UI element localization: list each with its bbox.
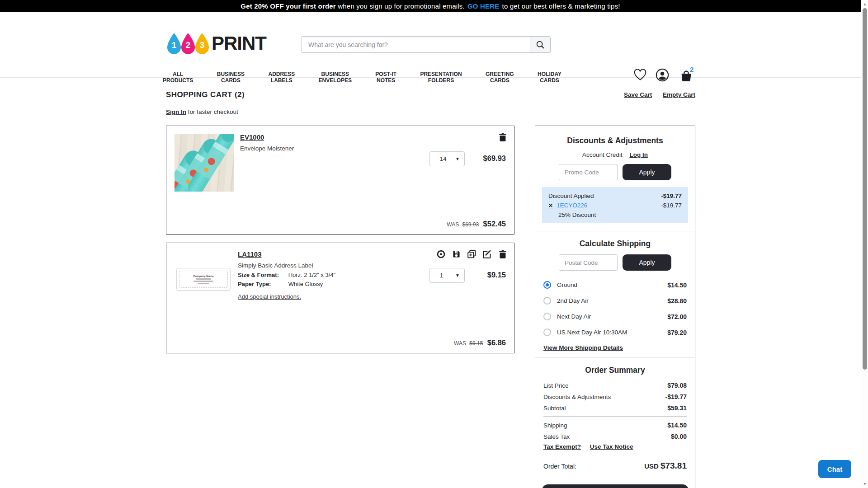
paper-type-value: White Glossy xyxy=(288,281,323,287)
size-format-label: Size & Format: xyxy=(238,272,287,278)
save-cart-link[interactable]: Save Cart xyxy=(624,91,652,98)
item-sku-link[interactable]: LA1103 xyxy=(238,250,262,258)
promo-code-value[interactable]: 1ECYO226 xyxy=(557,202,587,209)
site-logo[interactable]: 1 2 3 PRINT xyxy=(166,33,266,54)
discount-applied-box: Discount Applied -$19.77 ✕1ECYO226 -$19.… xyxy=(542,187,688,223)
nav-greeting-cards[interactable]: GREETINGCARDS xyxy=(486,71,514,84)
order-total-currency: USD xyxy=(644,462,659,470)
shipping-option-label: Ground xyxy=(557,282,577,288)
save-icon[interactable] xyxy=(452,249,461,259)
page-title: SHOPPING CART (2) xyxy=(166,90,245,99)
quantity-select[interactable]: 14 ▼ xyxy=(429,151,465,166)
promo-code-description: 25% Discount xyxy=(558,211,682,220)
delete-item-icon[interactable] xyxy=(498,249,508,259)
quantity-value: 14 xyxy=(440,155,446,162)
search-input[interactable] xyxy=(302,36,530,53)
nav-holiday-cards[interactable]: HOLIDAYCARDS xyxy=(538,71,561,84)
radio-icon[interactable] xyxy=(543,313,551,320)
postal-code-row: Apply xyxy=(535,254,695,271)
discount-applied-label: Discount Applied xyxy=(548,191,594,201)
header-icons: 2 xyxy=(632,68,700,84)
chat-button[interactable]: Chat xyxy=(818,460,851,478)
sign-in-link[interactable]: Sign In xyxy=(166,108,186,115)
was-label: WAS xyxy=(447,221,459,228)
radio-icon[interactable] xyxy=(543,297,551,305)
product-image-la1103[interactable]: Company Name xyxy=(176,268,231,291)
shipping-option-label: Next Day Air xyxy=(557,313,591,320)
radio-icon[interactable] xyxy=(543,328,551,336)
cart-count-badge: 2 xyxy=(690,66,693,73)
shipping-option-price: $14.50 xyxy=(667,282,687,289)
promo-banner-bold: Get 20% OFF your first order xyxy=(241,2,336,10)
was-label: WAS xyxy=(454,340,466,347)
was-price: $69.93 xyxy=(462,221,479,228)
shipping-option-us-next-day-air[interactable]: US Next Day Air 10:30AM $79.20 xyxy=(535,324,695,340)
section-divider xyxy=(535,231,695,231)
search-button[interactable] xyxy=(530,36,551,53)
add-special-instructions-link[interactable]: Add special instructions. xyxy=(238,293,301,300)
wishlist-heart-icon[interactable] xyxy=(634,69,646,81)
paper-type-row: Paper Type: White Glossy xyxy=(238,281,323,287)
shipping-option-next-day-air[interactable]: Next Day Air $72.00 xyxy=(535,309,695,324)
radio-icon[interactable] xyxy=(543,281,551,289)
promo-banner-end: to get our best offers & marketing tips! xyxy=(502,2,620,10)
summary-row-list-price: List Price $79.08 xyxy=(535,380,695,391)
chevron-down-icon: ▼ xyxy=(455,273,460,278)
scrollbar[interactable]: ▲ ▼ xyxy=(861,0,868,488)
account-credit-row: Account Credit Log In xyxy=(535,151,695,158)
product-image-ev1000[interactable] xyxy=(175,134,234,192)
tax-exempt-link[interactable]: Tax Exempt? xyxy=(543,443,581,450)
nav-presentation-folders[interactable]: PRESENTATIONFOLDERS xyxy=(420,71,462,84)
go-here-link[interactable]: GO HERE xyxy=(467,2,500,10)
checkout-button[interactable] xyxy=(542,484,689,488)
site-header: 1 2 3 PRINT ALLPRODUCTS xyxy=(0,12,861,78)
search-icon xyxy=(535,40,545,50)
preview-icon[interactable] xyxy=(436,249,446,259)
summary-row-sales-tax: Sales Tax $0.00 xyxy=(535,431,695,442)
item-discount-price-row: WAS $9.15 $6.86 xyxy=(454,338,506,347)
was-price: $9.15 xyxy=(469,340,483,347)
nav-all-products[interactable]: ALLPRODUCTS xyxy=(163,71,193,84)
nav-address-labels[interactable]: ADDRESSLABELS xyxy=(268,71,295,84)
quantity-select[interactable]: 1 ▼ xyxy=(429,268,465,283)
remove-promo-icon[interactable]: ✕ xyxy=(548,202,553,209)
nav-post-it-notes[interactable]: POST-ITNOTES xyxy=(375,71,396,84)
item-name: Simply Basic Address Label xyxy=(238,262,313,269)
cart-item-la1103: Company Name LA1103 Simply Basic Address… xyxy=(166,243,514,353)
apply-postal-button[interactable]: Apply xyxy=(623,254,671,271)
view-more-shipping-link[interactable]: View More Shipping Details xyxy=(543,344,695,351)
shipping-option-price: $79.20 xyxy=(667,329,687,336)
shipping-option-2nd-day-air[interactable]: 2nd Day Air $28.80 xyxy=(535,293,695,309)
main-nav: ALLPRODUCTS BUSINESSCARDS ADDRESSLABELS … xyxy=(163,71,561,84)
log-in-link[interactable]: Log In xyxy=(629,151,648,158)
nav-business-cards[interactable]: BUSINESSCARDS xyxy=(217,71,245,84)
delete-item-icon[interactable] xyxy=(498,132,508,142)
account-icon[interactable] xyxy=(656,68,669,82)
duplicate-icon[interactable] xyxy=(467,249,476,259)
item-sku-link[interactable]: EV1000 xyxy=(240,133,264,141)
subtotal-divider xyxy=(543,417,687,417)
chevron-down-icon: ▼ xyxy=(455,156,460,161)
item-name: Envelope Moistener xyxy=(240,145,294,152)
scrollbar-thumb[interactable] xyxy=(863,8,867,370)
postal-code-input[interactable] xyxy=(559,254,618,271)
label-preview-text: Company Name xyxy=(193,275,213,277)
signin-row: Sign In for faster checkout xyxy=(166,108,238,115)
shipping-options: Ground $14.50 2nd Day Air $28.80 Next Da… xyxy=(535,277,695,340)
section-divider xyxy=(535,357,695,358)
summary-row-discounts: Discounts & Adjustments -$19.77 xyxy=(535,391,695,403)
apply-promo-button[interactable]: Apply xyxy=(623,164,671,180)
promo-code-amount: -$19.77 xyxy=(661,201,682,211)
search-bar xyxy=(302,36,551,53)
promo-code-input[interactable] xyxy=(559,164,618,180)
promo-banner: Get 20% OFF your first order when you si… xyxy=(0,0,861,12)
use-tax-notice-link[interactable]: Use Tax Notice xyxy=(590,443,633,450)
scroll-up-icon[interactable]: ▲ xyxy=(861,2,868,6)
shipping-option-ground[interactable]: Ground $14.50 xyxy=(535,277,695,293)
scroll-down-icon[interactable]: ▼ xyxy=(861,482,868,486)
order-total-label: Order Total: xyxy=(543,463,576,470)
nav-business-envelopes[interactable]: BUSINESSENVELOPES xyxy=(319,71,352,84)
order-total-value: $73.81 xyxy=(660,461,687,470)
empty-cart-link[interactable]: Empty Cart xyxy=(663,91,695,98)
edit-icon[interactable] xyxy=(482,249,492,259)
